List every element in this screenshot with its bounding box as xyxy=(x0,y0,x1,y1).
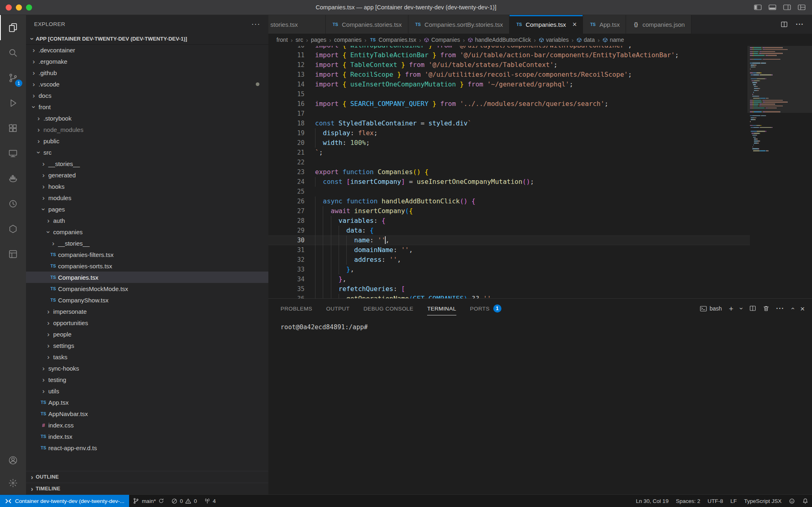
tree-item-settings[interactable]: ›settings xyxy=(26,340,268,351)
tree-item-modules[interactable]: ›modules xyxy=(26,192,268,203)
tree-item-index-css[interactable]: #index.css xyxy=(26,419,268,431)
timeline-section[interactable]: › TIMELINE xyxy=(26,483,268,494)
breadcrumb-data[interactable]: data xyxy=(577,37,595,43)
problems-status[interactable]: 0 0 xyxy=(168,495,201,507)
explorer-more-actions-icon[interactable]: ··· xyxy=(251,19,260,28)
run-debug-icon[interactable] xyxy=(0,91,26,116)
tree-item-src[interactable]: ›src xyxy=(26,147,268,158)
editor-more-actions-icon[interactable]: ··· xyxy=(796,20,804,28)
breadcrumb-companies[interactable]: Companies xyxy=(424,37,460,43)
tree-item-impersonate[interactable]: ›impersonate xyxy=(26,306,268,317)
tree-item-react-app-env-d-ts[interactable]: TSreact-app-env.d.ts xyxy=(26,442,268,453)
tab-companies-tsx[interactable]: TSCompanies.tsx× xyxy=(510,15,583,34)
code-line-26[interactable]: 26 async function handleAddButtonClick()… xyxy=(268,196,750,206)
workspace-root-header[interactable]: › APP [CONTAINER DEV-TWENTY-DEV (DEV-TWE… xyxy=(26,33,268,44)
outline-section[interactable]: › OUTLINE xyxy=(26,471,268,483)
zoom-window-button[interactable] xyxy=(26,4,32,11)
tree-item-sync-hooks[interactable]: ›sync-hooks xyxy=(26,362,268,374)
tree-item-pages[interactable]: ›pages xyxy=(26,203,268,215)
close-window-button[interactable] xyxy=(6,4,12,11)
tree-item-stories[interactable]: ›__stories__ xyxy=(26,237,268,249)
code-line-29[interactable]: 29 data: { xyxy=(268,226,750,235)
breadcrumb-handleaddbuttonclick[interactable]: handleAddButtonClick xyxy=(468,37,531,43)
tree-item-companies-sorts-tsx[interactable]: TScompanies-sorts.tsx xyxy=(26,260,268,272)
code-line-19[interactable]: 19 display: flex; xyxy=(268,128,750,138)
tree-item-utils[interactable]: ›utils xyxy=(26,385,268,397)
code-line-27[interactable]: 27 await insertCompany({ xyxy=(268,206,750,216)
status-eol[interactable]: LF xyxy=(727,498,741,504)
tab-stories-tsx[interactable]: stories.tsx xyxy=(268,15,326,34)
toggle-sidebar-right-icon[interactable] xyxy=(783,4,791,10)
search-icon[interactable] xyxy=(0,40,26,65)
docker-icon[interactable] xyxy=(0,166,26,191)
extensions-icon[interactable] xyxy=(0,116,26,141)
code-line-17[interactable]: 17 xyxy=(268,109,750,119)
terminal-shell-picker[interactable]: bash xyxy=(700,305,722,312)
terminal-output[interactable]: root@0a42ecd84891:/app# xyxy=(268,318,812,494)
panel-tab-terminal[interactable]: TERMINAL xyxy=(427,299,456,318)
feedback-smiley-icon[interactable] xyxy=(785,498,799,504)
hexagon-icon[interactable] xyxy=(0,216,26,242)
status-encoding[interactable]: UTF-8 xyxy=(704,498,727,504)
code-line-12[interactable]: 12import { TableContext } from '@/ui/tab… xyxy=(268,60,750,70)
tree-item-stories[interactable]: ›__stories__ xyxy=(26,158,268,169)
customize-layout-icon[interactable] xyxy=(798,4,806,10)
tree-item-devcontainer[interactable]: ›.devcontainer xyxy=(26,44,268,56)
breadcrumb-front[interactable]: front xyxy=(276,37,288,43)
tree-item-auth[interactable]: ›auth xyxy=(26,215,268,226)
close-icon[interactable]: × xyxy=(572,21,577,28)
code-line-11[interactable]: 11import { EntityTableActionBar } from '… xyxy=(268,50,750,60)
code-line-32[interactable]: 32 address: '', xyxy=(268,255,750,265)
terminal-dropdown-icon[interactable]: › xyxy=(738,307,745,309)
close-panel-icon[interactable]: × xyxy=(800,305,805,313)
code-line-23[interactable]: 23export function Companies() { xyxy=(268,167,750,177)
source-control-icon[interactable]: 1 xyxy=(0,65,26,91)
minimap-slider[interactable] xyxy=(747,46,812,113)
panel-tab-output[interactable]: OUTPUT xyxy=(326,299,350,318)
code-line-10[interactable]: 10import { WithTopBarContainer } from '@… xyxy=(268,46,750,50)
tree-item-public[interactable]: ›public xyxy=(26,135,268,147)
panel-more-actions-icon[interactable]: ··· xyxy=(776,304,784,313)
tree-item-companies[interactable]: ›companies xyxy=(26,226,268,237)
kill-terminal-icon[interactable] xyxy=(763,305,769,312)
tree-item-appnavbar-tsx[interactable]: TSAppNavbar.tsx xyxy=(26,408,268,419)
panel-tab-ports[interactable]: PORTS1 xyxy=(470,299,501,318)
code-line-31[interactable]: 31 domainName: '', xyxy=(268,245,750,255)
sync-circle-icon[interactable] xyxy=(0,191,26,216)
settings-icon[interactable] xyxy=(0,472,26,494)
status-cursor-position[interactable]: Ln 30, Col 19 xyxy=(632,498,672,504)
tree-item-app-tsx[interactable]: TSApp.tsx xyxy=(26,397,268,408)
tree-item-companiesmockmode-tsx[interactable]: TSCompaniesMockMode.tsx xyxy=(26,283,268,294)
code-line-13[interactable]: 13import { RecoilScope } from '@/ui/util… xyxy=(268,70,750,80)
code-line-34[interactable]: 34 }, xyxy=(268,274,750,284)
tree-item-companies-tsx[interactable]: TSCompanies.tsx xyxy=(26,272,268,283)
tab-companies-sortby-stories-tsx[interactable]: TSCompanies.sortBy.stories.tsx xyxy=(408,15,510,34)
tree-item-ergomake[interactable]: ›.ergomake xyxy=(26,56,268,67)
status-indent-setting[interactable]: Spaces: 2 xyxy=(672,498,704,504)
tree-item-tasks[interactable]: ›tasks xyxy=(26,351,268,362)
notifications-bell-icon[interactable] xyxy=(799,498,812,504)
tree-item-generated[interactable]: ›generated xyxy=(26,169,268,181)
code-line-25[interactable]: 25 xyxy=(268,187,750,196)
code-line-21[interactable]: 21`; xyxy=(268,148,750,157)
breadcrumb-name[interactable]: name xyxy=(603,37,624,43)
code-line-16[interactable]: 16import { SEARCH_COMPANY_QUERY } from '… xyxy=(268,99,750,109)
tab-companies-stories-tsx[interactable]: TSCompanies.stories.tsx xyxy=(326,15,408,34)
remote-indicator[interactable]: Container dev-twenty-dev (dev-twenty-dev… xyxy=(0,495,129,507)
breadcrumb-companies[interactable]: companies xyxy=(334,37,362,43)
tree-item-front[interactable]: ›front xyxy=(26,101,268,112)
breadcrumb-variables[interactable]: variables xyxy=(539,37,569,43)
tree-item-hooks[interactable]: ›hooks xyxy=(26,181,268,192)
tree-item-companyshow-tsx[interactable]: TSCompanyShow.tsx xyxy=(26,294,268,306)
remote-explorer-icon[interactable] xyxy=(0,141,26,166)
explorer-icon[interactable] xyxy=(0,15,26,40)
code-line-20[interactable]: 20 width: 100%; xyxy=(268,138,750,148)
breadcrumb-pages[interactable]: pages xyxy=(311,37,326,43)
tree-item-opportunities[interactable]: ›opportunities xyxy=(26,317,268,328)
code-line-24[interactable]: 24 const [insertCompany] = useInsertOneC… xyxy=(268,177,750,187)
split-editor-icon[interactable] xyxy=(781,21,788,28)
code-line-36[interactable]: 36 getOperationName(GET_COMPANIES) ?? ''… xyxy=(268,294,750,298)
split-terminal-icon[interactable] xyxy=(749,305,756,312)
toggle-sidebar-left-icon[interactable] xyxy=(754,4,762,10)
code-line-28[interactable]: 28 variables: { xyxy=(268,216,750,226)
